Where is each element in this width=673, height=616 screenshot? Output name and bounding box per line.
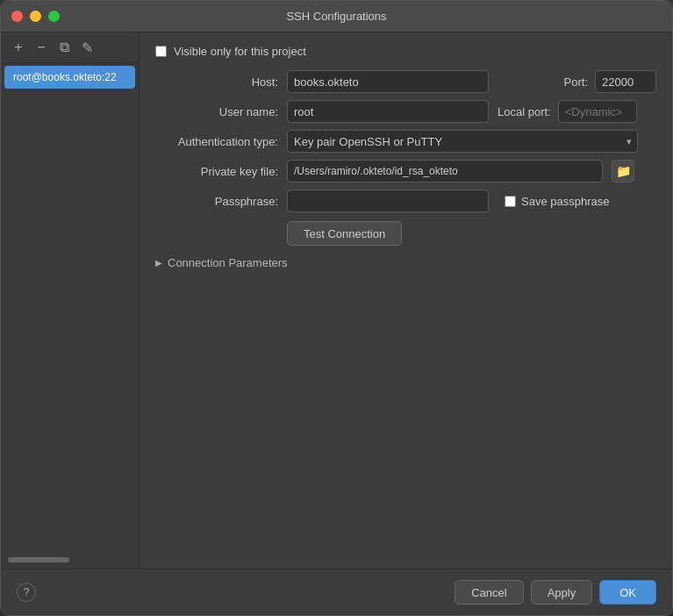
host-input[interactable] [287,70,489,93]
username-label: User name: [155,105,278,118]
sidebar-scrollbar-area [1,551,139,569]
browse-file-button[interactable]: 📁 [612,160,634,183]
test-connection-button[interactable]: Test Connection [287,221,402,246]
host-label: Host: [155,75,278,89]
footer-right: Cancel Apply OK [455,580,656,605]
test-connection-row: Test Connection [155,221,656,246]
visible-checkbox[interactable] [155,46,167,57]
private-key-label: Private key file: [155,165,278,178]
chevron-right-icon: ▶ [155,258,162,268]
main-content: + − ⧉ ✎ root@books.okteto:22 Visible onl… [1,32,672,569]
auth-type-row: Authentication type: Key pair OpenSSH or… [155,130,656,153]
save-passphrase-checkbox[interactable] [505,196,516,207]
save-passphrase-label: Save passphrase [521,195,609,208]
copy-config-button[interactable]: ⧉ [54,38,75,57]
username-input[interactable] [287,100,489,123]
apply-button[interactable]: Apply [531,580,593,605]
help-button[interactable]: ? [17,583,36,602]
main-panel: Visible only for this project Host: Port… [140,32,672,569]
cancel-button[interactable]: Cancel [455,580,523,605]
auth-select-wrapper: Key pair OpenSSH or PuTTY Password OpenS… [287,130,638,153]
auth-type-label: Authentication type: [155,135,278,148]
sidebar-toolbar: + − ⧉ ✎ [1,32,139,63]
auth-type-select[interactable]: Key pair OpenSSH or PuTTY Password OpenS… [287,130,638,153]
port-section: Port: [564,70,656,93]
passphrase-input[interactable] [287,190,489,212]
connection-params-row[interactable]: ▶ Connection Parameters [155,256,656,269]
minimize-button[interactable] [30,11,41,22]
port-label: Port: [564,75,588,89]
visible-checkbox-label: Visible only for this project [174,45,306,58]
private-key-row: Private key file: 📁 [155,160,656,183]
local-port-input[interactable] [558,100,637,123]
edit-config-button[interactable]: ✎ [76,38,97,57]
title-bar: SSH Configurations [1,1,672,32]
local-port-label: Local port: [498,105,551,118]
private-key-input[interactable] [287,160,603,183]
ok-button[interactable]: OK [599,580,656,605]
form-grid: Host: Port: User name: Local port: [155,70,656,212]
ssh-configurations-window: SSH Configurations + − ⧉ ✎ root@books.ok… [0,0,673,616]
remove-config-button[interactable]: − [31,38,52,57]
visible-checkbox-row: Visible only for this project [155,45,656,58]
folder-icon: 📁 [616,164,631,178]
add-config-button[interactable]: + [8,38,29,57]
window-title: SSH Configurations [286,10,386,23]
maximize-button[interactable] [48,11,60,22]
passphrase-label: Passphrase: [155,195,278,208]
sidebar-items-list: root@books.okteto:22 [1,63,139,551]
username-localport-row: User name: Local port: [155,100,656,123]
sidebar-scrollbar[interactable] [8,557,69,562]
connection-params-label: Connection Parameters [168,256,288,269]
sidebar: + − ⧉ ✎ root@books.okteto:22 [1,32,140,569]
close-button[interactable] [11,11,23,22]
passphrase-row: Passphrase: Save passphrase [155,190,656,212]
footer: ? Cancel Apply OK [1,569,672,615]
window-controls [11,11,60,22]
port-input[interactable] [595,70,656,93]
sidebar-item-root-books[interactable]: root@books.okteto:22 [4,66,135,89]
footer-left: ? [17,583,36,602]
host-port-row: Host: Port: [155,70,656,93]
local-port-section: Local port: [498,100,637,123]
save-passphrase-section: Save passphrase [505,195,609,208]
